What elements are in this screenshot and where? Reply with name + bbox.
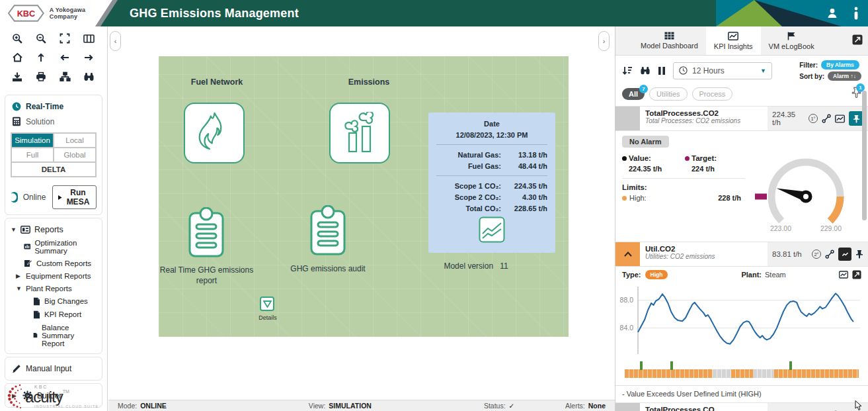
sidebar-item-reports[interactable]: ▼ Reports — [9, 222, 98, 236]
trend-icon-active[interactable] — [838, 248, 851, 261]
brand-block: KBC A Yokogawa Company — [0, 0, 114, 26]
document-icon — [33, 297, 40, 306]
mode-global-button[interactable]: Global — [54, 148, 96, 162]
limit-note: - Value Exceeds User Defined Limit (HIGH… — [615, 386, 868, 402]
sidebar-item-plant-reports[interactable]: ▼ Plant Reports — [9, 282, 98, 295]
expand-chart-icon[interactable] — [852, 270, 861, 279]
audit-report-node[interactable] — [309, 205, 347, 259]
fuel-gas-row: Fuel Gas:48.44 t/h — [436, 160, 547, 171]
fuel-network-node[interactable] — [184, 103, 245, 163]
filter-label: Filter: — [799, 62, 818, 69]
emissions-node[interactable] — [329, 103, 390, 163]
realtime-report-node[interactable] — [187, 207, 225, 261]
clipboard-icon — [309, 205, 347, 257]
pin-button[interactable] — [855, 250, 863, 259]
kpi-name: Util.CO2 — [645, 245, 762, 253]
mode-local-button[interactable]: Local — [54, 133, 96, 148]
sidebar-item-custom-reports[interactable]: Custom Reports — [9, 257, 98, 269]
mode-full-button[interactable]: Full — [11, 148, 54, 162]
kpi-row-totalprocesses-co[interactable]: TotalProcesses.CO Total Processes: CO em… — [615, 402, 868, 411]
flag-icon — [787, 32, 796, 40]
kpi-row-util-co2[interactable]: Util.CO2 Utilities: CO2 emissions 83.81 … — [615, 242, 868, 267]
chip-process[interactable]: Process — [692, 87, 733, 101]
sidebar-item-kpi-report[interactable]: KPI Report — [9, 308, 98, 321]
fit-view-icon[interactable] — [58, 32, 71, 45]
arrow-right-icon[interactable] — [82, 51, 95, 64]
sidebar-item-optimization-summary[interactable]: Optimization Summary — [9, 236, 98, 257]
svg-text:84.0: 84.0 — [620, 324, 634, 332]
chevron-down-icon: ▼ — [760, 68, 766, 74]
arrow-left-icon[interactable] — [58, 51, 71, 64]
zoom-in-icon[interactable] — [11, 32, 24, 45]
sort-list-icon[interactable] — [622, 66, 633, 75]
tab-kpi-insights[interactable]: KPI Insights — [706, 26, 761, 55]
natural-gas-row: Natural Gas:13.18 t/h — [436, 149, 547, 160]
mode-delta-button[interactable]: DELTA — [11, 162, 96, 177]
chip-utilities[interactable]: Utilities — [649, 87, 687, 101]
co2-gauge-chart: 223.00229.00 — [745, 152, 863, 236]
alerts-label: Alerts: — [565, 402, 585, 410]
info-icon[interactable] — [853, 7, 859, 20]
layout-panels-icon[interactable] — [82, 32, 95, 45]
flowsheet-canvas[interactable]: Fuel Network Emissions — [108, 26, 615, 400]
pin-icon — [853, 114, 860, 123]
type-label: Type: — [622, 271, 641, 279]
trend-chart-icon[interactable] — [479, 216, 505, 243]
realtime-report-caption: Real Time GHG emissions report — [159, 265, 255, 286]
time-range-select[interactable]: 12 Hours ▼ — [673, 62, 772, 79]
binoculars-icon[interactable] — [82, 70, 95, 83]
download-icon[interactable] — [11, 70, 24, 83]
trend-icon[interactable] — [835, 114, 845, 123]
scrollbar-thumb[interactable] — [862, 91, 867, 220]
kpi-row-totalprocesses-co2[interactable]: TotalProcesses.CO2 Total Processes: CO2 … — [615, 106, 868, 131]
kpi-card2-meta: Type: High Plant: Steam — [615, 267, 868, 283]
kpi-tabs: Model Dashboard KPI Insights VM eLogBook — [615, 26, 868, 56]
kpi-panel: Model Dashboard KPI Insights VM eLogBook… — [615, 26, 868, 411]
zoom-out-icon[interactable] — [34, 32, 48, 45]
play-icon — [58, 194, 62, 201]
pinned-items-button[interactable]: 1 — [851, 87, 861, 101]
print-icon[interactable] — [34, 70, 48, 83]
sidebar-item-balance-summary-report[interactable]: Balance Summary Report — [9, 321, 98, 349]
chip-all[interactable]: All7 — [622, 88, 645, 100]
arrow-up-icon[interactable] — [34, 51, 48, 64]
sidebar-item-solution[interactable]: Solution — [9, 114, 98, 129]
type-high-pill: High — [645, 270, 668, 279]
svg-text:223.00: 223.00 — [770, 224, 791, 232]
alerts-value: None — [588, 402, 606, 410]
sidebar-item-manual-input[interactable]: Manual Input — [9, 361, 98, 376]
binoculars-search-icon[interactable] — [640, 66, 651, 75]
hierarchy-icon[interactable] — [58, 70, 71, 83]
tab-model-dashboard[interactable]: Model Dashboard — [633, 26, 706, 55]
details-node[interactable] — [260, 297, 274, 311]
sidebar: Real-Time Solution Simulation Local Full… — [0, 26, 108, 411]
run-mesa-button[interactable]: Run MESA — [52, 185, 97, 209]
pause-icon[interactable] — [658, 66, 666, 75]
kpi-name: TotalProcesses.CO — [645, 406, 762, 411]
right-panel-collapse-button[interactable]: › — [598, 31, 610, 51]
impacts-icon[interactable] — [822, 114, 831, 123]
home-icon[interactable] — [11, 51, 24, 64]
kpi-alarm-thumbnail[interactable] — [615, 242, 640, 266]
pin-button-active[interactable] — [849, 111, 863, 126]
emissions-data-panel: Date 12/08/2023, 12:30 PM Natural Gas:13… — [428, 113, 555, 253]
mode-simulation-button[interactable]: Simulation — [11, 133, 54, 148]
kpi-toolbar: 12 Hours ▼ Filter: By Alarms Sort by: Al… — [615, 56, 868, 83]
tab-vm-elogbook[interactable]: VM eLogBook — [761, 26, 822, 55]
user-icon[interactable] — [826, 7, 839, 20]
trend-small-icon[interactable] — [839, 271, 848, 279]
sidebar-collapse-button[interactable]: ‹ — [110, 31, 121, 51]
mode-value: ONLINE — [140, 402, 167, 410]
online-toggle-label: Online — [23, 193, 46, 202]
filter-by-alarms-pill[interactable]: By Alarms — [821, 60, 859, 69]
online-toggle[interactable] — [11, 192, 18, 203]
sortby-alarm-pill[interactable]: Alarm ↑↓ — [828, 71, 861, 81]
impacts-icon[interactable] — [825, 250, 834, 259]
sidebar-item-equipment-reports[interactable]: ▶ Equipment Reports — [9, 269, 98, 282]
status-check-icon: ✓ — [509, 402, 515, 410]
acuity-logo: KBC acuityTM INDUSTRIAL CLOUD SUITE — [5, 383, 104, 410]
sidebar-item-realtime[interactable]: Real-Time — [9, 99, 98, 114]
ghg-diagram: Fuel Network Emissions — [159, 56, 569, 337]
sidebar-item-big-changes[interactable]: Big Changes — [9, 295, 98, 308]
panel-expand-icon[interactable] — [852, 34, 863, 48]
